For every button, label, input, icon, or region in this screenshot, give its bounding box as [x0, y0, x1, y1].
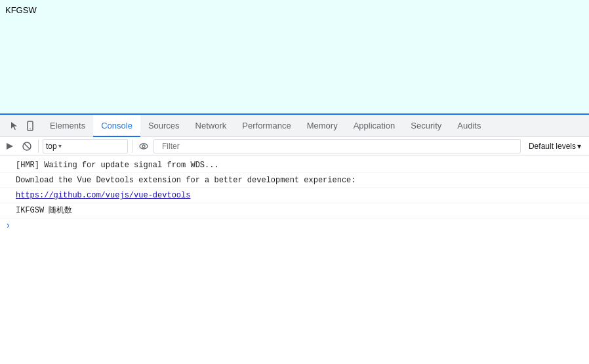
- console-prompt-line: ›: [0, 218, 589, 233]
- svg-point-1: [30, 128, 31, 129]
- svg-point-5: [142, 145, 145, 148]
- toolbar-divider-1: [38, 140, 39, 153]
- eye-icon[interactable]: [136, 139, 151, 153]
- cursor-icon[interactable]: [8, 119, 21, 132]
- tab-elements[interactable]: Elements: [42, 115, 93, 137]
- filter-input-wrapper[interactable]: [153, 139, 521, 153]
- tab-performance[interactable]: Performance: [234, 115, 298, 137]
- tab-audits[interactable]: Audits: [449, 115, 489, 137]
- context-value: top: [46, 142, 57, 151]
- svg-line-3: [24, 144, 30, 149]
- page-title: KFGSW: [5, 5, 37, 15]
- console-input[interactable]: [13, 221, 584, 230]
- default-levels-label: Default levels: [529, 142, 576, 151]
- console-line-random: IKFGSW 随机数: [0, 203, 589, 218]
- console-line-link: https://github.com/vuejs/vue-devtools: [0, 188, 589, 203]
- tab-bar: Elements Console Sources Network Perform…: [0, 115, 589, 137]
- random-text: IKFGSW 随机数: [16, 205, 72, 216]
- prompt-arrow-icon: ›: [5, 220, 10, 232]
- play-icon[interactable]: [3, 139, 17, 153]
- context-chevron-icon: ▾: [58, 142, 62, 150]
- console-output: [HMR] Waiting for update signal from WDS…: [0, 155, 589, 364]
- hmr-text: [HMR] Waiting for update signal from WDS…: [16, 159, 219, 171]
- context-selector[interactable]: top ▾: [43, 139, 128, 153]
- clear-console-icon[interactable]: [20, 139, 34, 153]
- download-text: Download the Vue Devtools extension for …: [16, 174, 355, 186]
- tab-memory[interactable]: Memory: [299, 115, 346, 137]
- mobile-icon[interactable]: [24, 119, 37, 132]
- page-area: KFGSW: [0, 0, 589, 115]
- console-line-hmr: [HMR] Waiting for update signal from WDS…: [0, 158, 589, 173]
- tab-console[interactable]: Console: [93, 115, 140, 137]
- tab-network[interactable]: Network: [188, 115, 235, 137]
- toolbar-divider-2: [132, 140, 132, 153]
- console-line-download: Download the Vue Devtools extension for …: [0, 173, 589, 188]
- devtools-toolbar-icons: [3, 119, 42, 132]
- console-toolbar: top ▾ Default levels ▾: [0, 137, 589, 155]
- devtools-panel: Elements Console Sources Network Perform…: [0, 115, 589, 364]
- devtools-link[interactable]: https://github.com/vuejs/vue-devtools: [16, 190, 190, 201]
- tab-application[interactable]: Application: [346, 115, 403, 137]
- tab-sources[interactable]: Sources: [140, 115, 188, 137]
- filter-input[interactable]: [157, 142, 518, 151]
- svg-point-4: [140, 144, 148, 149]
- default-levels-selector[interactable]: Default levels ▾: [523, 139, 586, 153]
- tab-security[interactable]: Security: [403, 115, 449, 137]
- default-levels-chevron-icon: ▾: [577, 142, 581, 151]
